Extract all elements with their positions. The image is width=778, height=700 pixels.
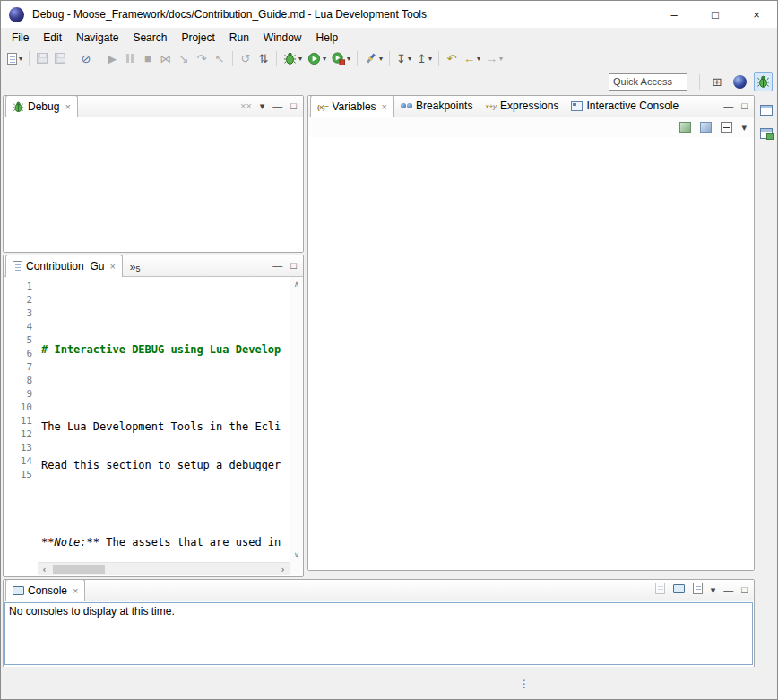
- restore-view-button-2[interactable]: [757, 125, 775, 142]
- maximize-view-button[interactable]: □: [290, 261, 297, 271]
- scroll-left-button[interactable]: ‹: [38, 563, 51, 576]
- save-button[interactable]: [33, 48, 51, 68]
- drop-to-frame-button[interactable]: ↺: [237, 48, 255, 68]
- window-close-button[interactable]: ×: [736, 1, 777, 28]
- view-menu-button[interactable]: ▾: [741, 123, 747, 133]
- menu-window[interactable]: Window: [256, 30, 309, 46]
- tab-contribution-guide[interactable]: Contribution_Gu ×: [5, 255, 123, 277]
- tab-variables[interactable]: (x)= Variables ×: [310, 95, 394, 117]
- open-console-dropdown[interactable]: ▾: [711, 585, 716, 595]
- chevron-down-icon[interactable]: ▾: [347, 55, 350, 63]
- menu-navigate[interactable]: Navigate: [69, 30, 125, 46]
- editor-tab-overflow-button[interactable]: »5: [123, 261, 148, 276]
- collapse-all-button[interactable]: [721, 122, 732, 133]
- external-tools-button[interactable]: ▾: [329, 48, 353, 68]
- chevron-down-icon[interactable]: ▾: [298, 55, 302, 63]
- suspend-button[interactable]: [121, 48, 139, 68]
- maximize-view-button[interactable]: □: [741, 101, 748, 111]
- menu-file[interactable]: File: [4, 30, 36, 46]
- terminate-button[interactable]: ■: [139, 48, 157, 68]
- variables-view-content: ▾: [308, 117, 754, 570]
- code-lines[interactable]: # Interactive DEBUG using Lua Develop Th…: [38, 277, 290, 562]
- back-button[interactable]: ← ▾: [461, 48, 483, 68]
- line-number: 2: [4, 293, 32, 307]
- view-window-plus-icon: [760, 128, 773, 139]
- show-type-names-button[interactable]: [679, 122, 691, 133]
- tab-console[interactable]: Console ×: [5, 579, 85, 601]
- step-over-button[interactable]: ↷: [193, 48, 211, 68]
- chevron-down-icon[interactable]: ▾: [477, 55, 480, 63]
- open-perspective-button[interactable]: ⊞: [708, 72, 726, 91]
- scrollbar-track[interactable]: [51, 563, 276, 575]
- search-button[interactable]: ▾: [361, 48, 385, 68]
- disconnect-button[interactable]: ⋈: [157, 48, 175, 68]
- new-wizard-button[interactable]: ▾: [4, 48, 25, 68]
- window-minimize-button[interactable]: –: [653, 1, 695, 28]
- scroll-down-button[interactable]: ∨: [294, 550, 298, 559]
- tab-expressions[interactable]: x+y Expressions: [479, 95, 565, 117]
- use-step-filters-button[interactable]: ⇅: [255, 48, 272, 68]
- restore-view-button-1[interactable]: [757, 102, 775, 118]
- window-maximize-button[interactable]: □: [695, 1, 736, 28]
- close-icon[interactable]: ×: [109, 261, 115, 272]
- step-into-button[interactable]: ↘: [175, 48, 193, 68]
- display-selected-console-button[interactable]: [673, 583, 685, 596]
- tab-debug[interactable]: Debug ×: [5, 95, 78, 117]
- remove-all-terminated-button[interactable]: ××: [240, 101, 252, 111]
- chevron-down-icon[interactable]: ▾: [428, 55, 432, 63]
- perspective-lua-button[interactable]: [730, 72, 749, 91]
- minimize-view-button[interactable]: —: [272, 101, 282, 111]
- vertical-scrollbar[interactable]: ∧ ∨: [290, 277, 303, 575]
- pin-console-button[interactable]: [655, 583, 665, 597]
- save-icon: [37, 53, 48, 64]
- chevron-down-icon[interactable]: ▾: [379, 55, 383, 63]
- menu-help[interactable]: Help: [309, 30, 346, 46]
- debug-button[interactable]: ▾: [281, 48, 305, 68]
- view-menu-button[interactable]: ▾: [260, 101, 265, 111]
- sash-handle[interactable]: ⋮: [519, 678, 530, 690]
- menu-search[interactable]: Search: [125, 30, 174, 46]
- minimize-view-button[interactable]: —: [723, 585, 733, 595]
- resume-button[interactable]: ▶: [103, 48, 121, 68]
- hidden-tab-count: 5: [136, 264, 141, 273]
- scrollbar-thumb[interactable]: [53, 565, 105, 574]
- console-message-area[interactable]: No consoles to display at this time.: [4, 602, 753, 665]
- chevron-down-icon[interactable]: ▾: [323, 55, 326, 63]
- scroll-right-button[interactable]: ›: [276, 563, 290, 576]
- last-edit-location-button[interactable]: ↶: [443, 48, 461, 68]
- scroll-up-button[interactable]: ∧: [294, 280, 298, 289]
- quick-access-input[interactable]: Quick Access: [609, 73, 687, 91]
- debug-view-content[interactable]: [4, 117, 303, 252]
- show-logical-structures-button[interactable]: [700, 122, 712, 133]
- menu-edit[interactable]: Edit: [36, 30, 69, 46]
- horizontal-scrollbar[interactable]: ‹ ›: [38, 562, 290, 575]
- editor-content[interactable]: 1 2 3 4 5 6 7 8 9 10 11 12 13 14 15: [4, 277, 303, 575]
- save-all-button[interactable]: [51, 48, 69, 68]
- close-icon[interactable]: ×: [65, 101, 70, 112]
- menu-project[interactable]: Project: [174, 30, 221, 46]
- chevron-down-icon[interactable]: ▾: [408, 55, 411, 63]
- maximize-view-button[interactable]: □: [741, 585, 748, 595]
- step-return-button[interactable]: ↖: [211, 48, 229, 68]
- perspective-debug-button[interactable]: [754, 72, 773, 91]
- tab-breakpoints[interactable]: Breakpoints: [394, 95, 479, 117]
- chevron-down-icon[interactable]: ▾: [499, 55, 503, 63]
- maximize-view-button[interactable]: □: [290, 101, 297, 111]
- editor-window-tools: — □: [272, 255, 303, 276]
- run-button[interactable]: ▾: [305, 48, 329, 68]
- close-icon[interactable]: ×: [73, 585, 78, 596]
- chevron-down-icon[interactable]: ▾: [19, 55, 22, 63]
- next-annotation-button[interactable]: ↧ ▾: [393, 48, 414, 68]
- menu-run[interactable]: Run: [222, 30, 256, 46]
- close-icon[interactable]: ×: [382, 101, 387, 112]
- tab-interactive-console[interactable]: Interactive Console: [565, 95, 685, 117]
- code-area[interactable]: # Interactive DEBUG using Lua Develop Th…: [38, 277, 290, 575]
- variables-icon: (x)=: [317, 103, 328, 111]
- variables-empty-area[interactable]: [308, 137, 754, 570]
- minimize-view-button[interactable]: —: [723, 101, 733, 111]
- open-console-button[interactable]: [693, 583, 703, 597]
- previous-annotation-button[interactable]: ↥ ▾: [414, 48, 435, 68]
- minimize-view-button[interactable]: —: [272, 261, 282, 271]
- forward-button[interactable]: → ▾: [483, 48, 506, 68]
- skip-all-breakpoints-button[interactable]: ⊘: [77, 48, 95, 68]
